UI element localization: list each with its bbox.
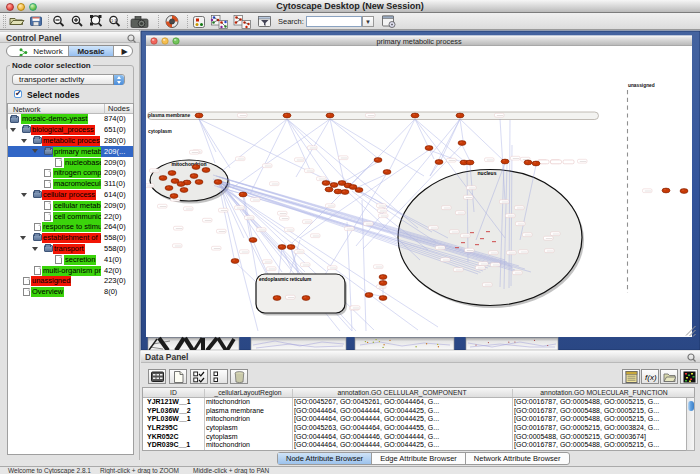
svg-text:cytoplasm: cytoplasm xyxy=(148,129,172,134)
svg-text:plasma membrane: plasma membrane xyxy=(148,113,190,118)
svg-text:1:1: 1:1 xyxy=(111,18,117,23)
svg-text:primary metabolic process: primary metabolic process xyxy=(376,37,462,46)
svg-text:f(x): f(x) xyxy=(645,373,657,382)
svg-text:mitochondrion: mitochondrion xyxy=(172,161,207,167)
svg-text:unassigned: unassigned xyxy=(628,83,655,88)
svg-text:endoplasmic reticulum: endoplasmic reticulum xyxy=(259,277,311,282)
svg-text:nucleus: nucleus xyxy=(478,170,497,176)
